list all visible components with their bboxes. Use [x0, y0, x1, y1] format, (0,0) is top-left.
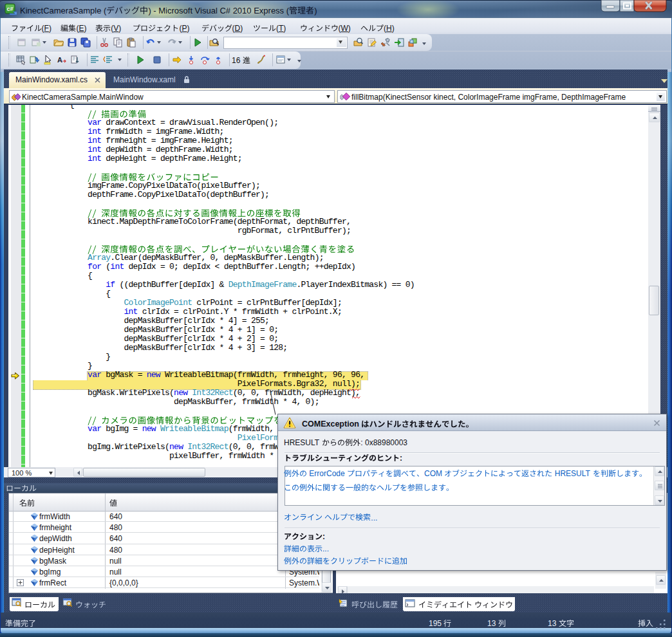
- svg-text:A: A: [57, 56, 62, 64]
- svg-text:c#: c#: [6, 6, 13, 12]
